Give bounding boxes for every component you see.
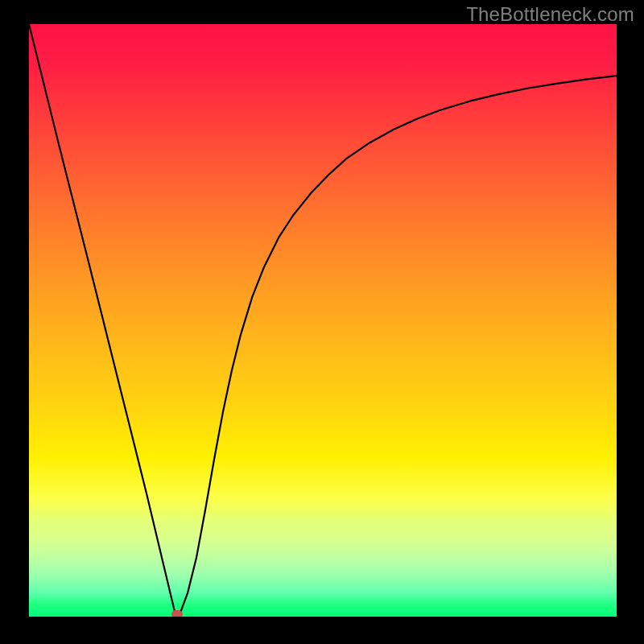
optimal-point-marker	[171, 610, 183, 617]
watermark-text: TheBottleneck.com	[466, 3, 634, 26]
bottleneck-curve	[29, 24, 617, 617]
curve-layer	[29, 24, 617, 617]
plot-area	[29, 24, 617, 617]
chart-frame: TheBottleneck.com	[0, 0, 644, 644]
